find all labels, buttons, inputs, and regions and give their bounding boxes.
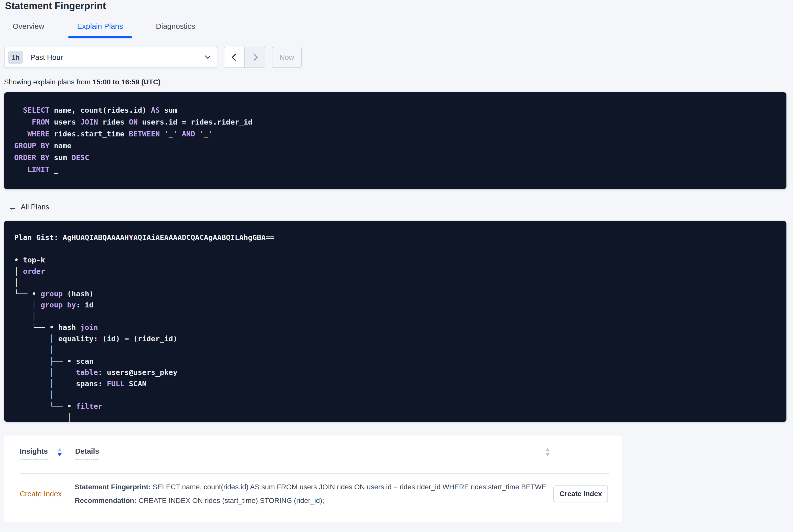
column-header-insights[interactable]: Insights (20, 447, 48, 460)
plan-gist-block: Plan Gist: AgHUAQIABQAAAAHYAQIAiAEAAAADC… (4, 221, 787, 422)
sort-icon-insights[interactable] (57, 448, 62, 456)
time-range-badge: 1h (8, 51, 23, 64)
statement-fingerprint-line: Statement Fingerprint: SELECT name, coun… (75, 483, 546, 491)
recommendation-text: CREATE INDEX ON rides (start_time) STORI… (136, 497, 324, 505)
time-toolbar: 1h Past Hour Now (4, 47, 793, 68)
insights-table-header: Insights Details (4, 447, 622, 473)
recommendation-label: Recommendation: (75, 497, 136, 505)
sort-down-icon (57, 453, 62, 456)
chevron-left-icon (231, 54, 239, 61)
sort-icon-details[interactable] (545, 448, 550, 456)
all-plans-label: All Plans (21, 203, 49, 211)
time-range-dropdown[interactable]: 1h Past Hour (4, 47, 217, 68)
summary-range: 15:00 to 16:59 (UTC) (93, 78, 161, 86)
page-title: Statement Fingerprint (5, 0, 793, 12)
tab-diagnostics[interactable]: Diagnostics (156, 22, 195, 38)
now-button[interactable]: Now (272, 47, 302, 68)
back-arrow-icon: ← (8, 203, 17, 211)
sql-statement-block: SELECT name, count(rides.id) AS sum FROM… (4, 92, 787, 189)
next-time-button[interactable] (244, 47, 265, 68)
chevron-right-icon (251, 54, 258, 61)
tab-explain-plans[interactable]: Explain Plans (77, 22, 123, 38)
time-pager (224, 47, 265, 68)
chevron-down-icon (205, 53, 211, 59)
sort-up-icon (545, 448, 550, 451)
recommendation-line: Recommendation: CREATE INDEX ON rides (s… (75, 497, 546, 505)
create-index-button[interactable]: Create Index (553, 486, 608, 502)
column-header-details[interactable]: Details (75, 447, 99, 460)
sort-down-icon (545, 453, 550, 456)
sort-up-icon (57, 448, 62, 451)
insight-details-cell: Statement Fingerprint: SELECT name, coun… (75, 483, 546, 505)
insight-type-link[interactable]: Create Index (20, 490, 75, 498)
time-range-label: Past Hour (30, 53, 63, 62)
all-plans-link[interactable]: ← All Plans (8, 203, 49, 211)
table-row: Create Index Statement Fingerprint: SELE… (4, 474, 622, 514)
statement-fingerprint-text: SELECT name, count(rides.id) AS sum FROM… (151, 483, 546, 491)
summary-prefix: Showing explain plans from (4, 78, 93, 86)
prev-time-button[interactable] (224, 47, 244, 68)
time-range-summary: Showing explain plans from 15:00 to 16:5… (4, 78, 793, 86)
tab-bar: Overview Explain Plans Diagnostics (2, 22, 791, 38)
tab-overview[interactable]: Overview (13, 22, 44, 38)
statement-fingerprint-page: Statement Fingerprint Overview Explain P… (0, 0, 793, 532)
row-divider (20, 514, 609, 514)
statement-fingerprint-label: Statement Fingerprint: (75, 483, 151, 491)
insights-table-panel: Insights Details Create Index Statement … (4, 436, 622, 522)
insight-action-cell: Create Index (553, 486, 608, 502)
